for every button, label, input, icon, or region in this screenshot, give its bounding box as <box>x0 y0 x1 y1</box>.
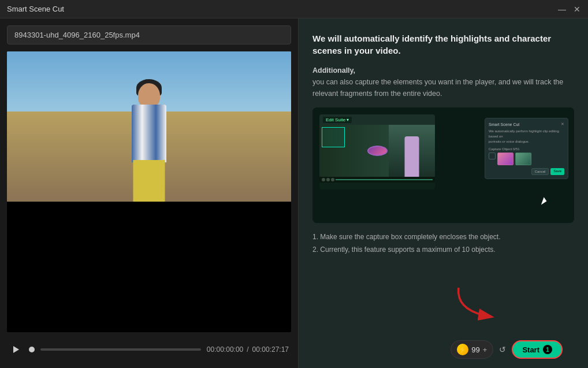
mini-dialog-title-bar: Smart Scene Cut ✕ <box>489 122 564 127</box>
mini-dialog-capture-label: Capture Object 0/51 <box>489 147 564 151</box>
desc-title: Additionally, <box>312 66 355 75</box>
start-button[interactable]: Start 1 <box>512 340 563 359</box>
mini-tab: Edit Suite ▾ <box>323 117 352 123</box>
start-count-badge: 1 <box>543 345 552 354</box>
mini-controls <box>319 177 435 183</box>
right-panel: We will automatically identify the highl… <box>299 18 588 368</box>
mini-save-btn[interactable]: Save <box>550 168 564 175</box>
minimize-button[interactable]: — <box>558 5 566 13</box>
bottom-section: ⚡ 99 + ↺ Start 1 <box>312 340 574 359</box>
instruction-1: 1. Make sure the capture box completely … <box>312 231 574 244</box>
person-body <box>132 105 166 162</box>
time-separator: / <box>247 345 248 354</box>
seek-dot[interactable] <box>29 347 35 352</box>
lightning-icon: ⚡ <box>457 344 468 355</box>
left-panel: 8943301-uhd_4096_2160_25fps.mp4 <box>0 18 298 368</box>
mini-dialog: Smart Scene Cut ✕ We automatically perfo… <box>485 118 568 179</box>
instruction-2: 2. Currently, this feature supports a ma… <box>312 244 574 257</box>
mini-dialog-close: ✕ <box>561 122 564 127</box>
arrow-container <box>447 282 499 327</box>
video-controls: 00:00:00:00 / 00:00:27:17 <box>7 338 291 361</box>
mini-progress <box>336 179 433 180</box>
start-label: Start <box>522 345 539 354</box>
close-button[interactable]: ✕ <box>573 5 581 13</box>
mini-dialog-buttons: Cancel Save <box>489 168 564 175</box>
mini-ctrl-dot-3 <box>331 178 334 181</box>
mini-dialog-thumbs <box>489 153 564 165</box>
time-display: 00:00:00:00 / 00:00:27:17 <box>207 345 289 354</box>
play-icon <box>13 346 19 353</box>
mini-person-bg <box>389 125 435 177</box>
current-time: 00:00:00:00 <box>207 345 243 354</box>
person-figure <box>114 75 184 202</box>
person-skirt <box>133 160 165 202</box>
file-name: 8943301-uhd_4096_2160_25fps.mp4 <box>7 25 291 44</box>
capture-box <box>322 127 345 147</box>
mini-disc-object <box>367 146 388 156</box>
credits-plus[interactable]: + <box>483 345 487 354</box>
preview-inner: Edit Suite ▾ <box>312 107 574 223</box>
mini-person <box>405 136 419 177</box>
play-button[interactable] <box>9 343 23 356</box>
mini-video-area <box>319 125 435 177</box>
mini-player: Edit Suite ▾ <box>319 114 435 189</box>
main-content: 8943301-uhd_4096_2160_25fps.mp4 <box>0 18 588 368</box>
instructions: 1. Make sure the capture box completely … <box>312 231 574 256</box>
mini-ctrl-dot-2 <box>326 178 330 181</box>
description: Additionally, you can also capture the e… <box>312 65 574 99</box>
cursor-icon <box>541 197 548 206</box>
mini-ctrl-dot <box>322 178 325 181</box>
title-bar: Smart Scene Cut — ✕ <box>0 0 588 18</box>
app-title: Smart Scene Cut <box>7 5 64 13</box>
person-head <box>138 83 160 107</box>
red-arrow-icon <box>447 282 499 325</box>
start-count: 1 <box>546 347 549 353</box>
thumb-1 <box>497 153 513 165</box>
bottom-bar: ⚡ 99 + ↺ Start 1 <box>312 340 574 359</box>
mini-dialog-title: Smart Scene Cut <box>489 122 519 127</box>
progress-bar[interactable] <box>40 348 201 351</box>
mini-dialog-body: We automatically perform highlight clip … <box>489 129 564 144</box>
title-bar-left: Smart Scene Cut <box>7 5 64 13</box>
thumb-placeholder <box>489 153 496 159</box>
mini-cancel-btn[interactable]: Cancel <box>531 168 549 175</box>
desc-body: you can also capture the elements you wa… <box>312 78 563 98</box>
mini-toolbar: Edit Suite ▾ <box>319 114 435 125</box>
video-preview <box>7 51 291 332</box>
credits-value: 99 <box>471 345 479 354</box>
feature-preview: Edit Suite ▾ <box>312 107 574 223</box>
video-frame <box>7 51 291 202</box>
total-time: 00:00:27:17 <box>252 345 289 354</box>
refresh-icon[interactable]: ↺ <box>499 345 506 354</box>
thumb-2 <box>515 153 531 165</box>
main-heading: We will automatically identify the highl… <box>312 32 574 57</box>
credits-badge: ⚡ 99 + <box>451 340 493 359</box>
title-bar-controls: — ✕ <box>558 5 581 13</box>
